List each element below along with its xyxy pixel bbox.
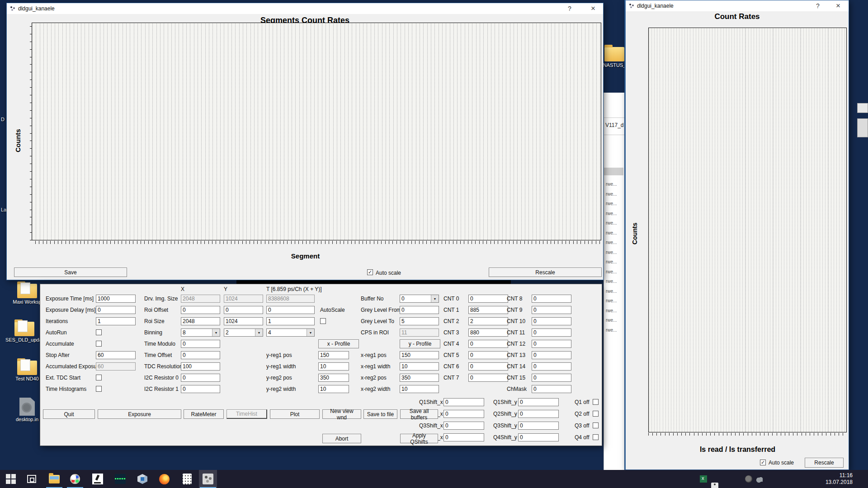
file-list-item[interactable]: rwe... <box>606 250 617 255</box>
chevron-down-icon[interactable]: ▼ <box>212 329 220 336</box>
accumulated-exposures-input[interactable] <box>96 362 136 371</box>
taskbar-clock[interactable]: 11:16 13.07.2018 <box>823 472 853 486</box>
file-list-item[interactable]: rwe... <box>606 298 617 303</box>
q1shift-x-input[interactable] <box>443 398 484 406</box>
onedrive-icon[interactable] <box>756 475 764 483</box>
taskbar-item-microscope-app[interactable] <box>89 470 107 488</box>
i2c-resistor-0-x-input[interactable] <box>181 374 220 382</box>
ext-tdc-start-checkbox[interactable] <box>96 375 102 380</box>
roi-offset-x-input[interactable] <box>181 306 220 314</box>
cnt-5-input[interactable] <box>468 351 508 359</box>
cnt-3-input[interactable] <box>468 328 508 337</box>
remote-device-icon[interactable] <box>711 483 718 488</box>
file-list-item[interactable]: rwe... <box>606 318 617 323</box>
q1shift-y-input[interactable] <box>518 398 559 406</box>
drv-img-size-t-input[interactable] <box>266 295 315 303</box>
roi-autoscale-checkbox[interactable] <box>320 318 326 324</box>
save-to-file-button[interactable]: Save to file <box>363 409 397 419</box>
q3shift-y-input[interactable] <box>518 422 559 430</box>
exposure-delay-ms-input[interactable] <box>96 306 136 314</box>
y-reg2-width-input[interactable] <box>318 385 349 393</box>
file-list-item[interactable]: rwe... <box>606 240 617 245</box>
taskbar-item-dldgui-app[interactable] <box>199 470 217 488</box>
q2shift-y-input[interactable] <box>518 410 559 418</box>
abort-button[interactable]: Abort <box>322 434 361 443</box>
roi-offset-y-input[interactable] <box>224 306 263 314</box>
grey-level-to-input[interactable] <box>400 317 439 325</box>
cnt-13-input[interactable] <box>532 351 571 359</box>
file-list-item[interactable]: rwe... <box>606 192 617 197</box>
file-list-item[interactable]: rwe... <box>606 211 617 216</box>
quit-button[interactable]: Quit <box>43 409 95 419</box>
cnt-11-input[interactable] <box>532 328 571 337</box>
taskbar-item-task-view[interactable] <box>23 470 41 488</box>
selected-row[interactable] <box>604 168 623 175</box>
x-profile-button[interactable]: x - Profile <box>318 339 359 348</box>
cnt-4-input[interactable] <box>468 340 508 348</box>
tdc-resolution-x-input[interactable] <box>181 362 220 371</box>
chmask-input[interactable] <box>532 385 571 393</box>
desktop-icon-ses-dld-update[interactable]: SES_DLD_updat <box>5 322 43 343</box>
cnt-8-input[interactable] <box>532 295 571 303</box>
chevron-down-icon[interactable]: ▼ <box>255 329 263 336</box>
file-list-item[interactable]: rwe... <box>606 328 617 333</box>
grey-level-from-input[interactable] <box>400 306 439 314</box>
main-window-titlebar[interactable]: dldgui_kanaele <box>7 3 603 14</box>
save-all-buffers-button[interactable]: Save all buffers <box>400 409 438 419</box>
help-button[interactable]: ? <box>561 3 579 14</box>
taskbar-item-scope-app[interactable] <box>111 470 129 488</box>
autorun-checkbox[interactable] <box>96 329 102 335</box>
file-list-item[interactable]: rwe... <box>606 279 617 284</box>
rescale-button[interactable]: Rescale <box>805 458 844 468</box>
time-offset-x-input[interactable] <box>181 351 220 359</box>
chevron-down-icon[interactable]: ▼ <box>307 329 314 336</box>
file-list-item[interactable]: rwe... <box>606 289 617 294</box>
y-reg1-width-input[interactable] <box>318 362 349 371</box>
file-list-item[interactable]: rwe... <box>606 308 617 313</box>
i2c-resistor-1-x-input[interactable] <box>181 385 220 393</box>
desktop-icon-nastus[interactable]: NASTUS_ <box>604 47 625 68</box>
q4shift-x-input[interactable] <box>443 433 484 441</box>
file-list-item[interactable]: rwe... <box>606 221 617 225</box>
rescale-button[interactable]: Rescale <box>489 267 602 277</box>
accumulate-checkbox[interactable] <box>96 341 102 347</box>
buffer-no-select[interactable]: 0▼ <box>400 295 439 303</box>
y-reg2-pos-input[interactable] <box>318 374 349 382</box>
cnt-1-input[interactable] <box>468 306 508 314</box>
q2shift-x-input[interactable] <box>443 410 484 418</box>
roi-size-t-input[interactable] <box>266 317 315 325</box>
autoscale-checkbox[interactable]: ✓ <box>367 269 373 275</box>
x-reg1-width-input[interactable] <box>400 362 439 371</box>
file-list-item[interactable]: rwe... <box>606 182 617 187</box>
new-view-wnd-button[interactable]: New view wnd <box>322 409 361 419</box>
cnt-15-input[interactable] <box>532 374 571 382</box>
q1-off-checkbox[interactable] <box>593 399 599 405</box>
exposure-time-ms-input[interactable] <box>96 295 136 303</box>
chevron-down-icon[interactable]: ▼ <box>431 295 439 302</box>
close-button[interactable]: × <box>829 0 847 11</box>
close-button[interactable]: × <box>584 3 602 14</box>
file-list-item[interactable]: rwe... <box>606 269 617 274</box>
x-reg2-width-input[interactable] <box>400 385 439 393</box>
cnt-10-input[interactable] <box>532 317 571 325</box>
binning-y-select[interactable]: 2▼ <box>224 328 263 337</box>
q3shift-x-input[interactable] <box>443 422 484 430</box>
cnt-9-input[interactable] <box>532 306 571 314</box>
cnt-12-input[interactable] <box>532 340 571 348</box>
taskbar-item-firefox[interactable] <box>155 470 173 488</box>
cnt-14-input[interactable] <box>532 362 571 371</box>
cps-in-roi-input[interactable] <box>400 328 439 337</box>
taskbar-item-file-explorer[interactable] <box>45 470 63 488</box>
cnt-6-input[interactable] <box>468 362 508 371</box>
save-button[interactable]: Save <box>14 267 127 277</box>
help-button[interactable]: ? <box>809 0 827 11</box>
ratemeter-button[interactable]: RateMeter <box>184 409 224 419</box>
drv-img-size-y-input[interactable] <box>224 295 263 303</box>
q3-off-checkbox[interactable] <box>593 422 599 428</box>
time-modulo-x-input[interactable] <box>181 340 220 348</box>
y-reg1-pos-input[interactable] <box>318 351 349 359</box>
cnt-2-input[interactable] <box>468 317 508 325</box>
taskbar-item-paint[interactable] <box>66 470 84 488</box>
x-reg2-pos-input[interactable] <box>400 374 439 382</box>
dish-icon[interactable] <box>745 475 752 483</box>
